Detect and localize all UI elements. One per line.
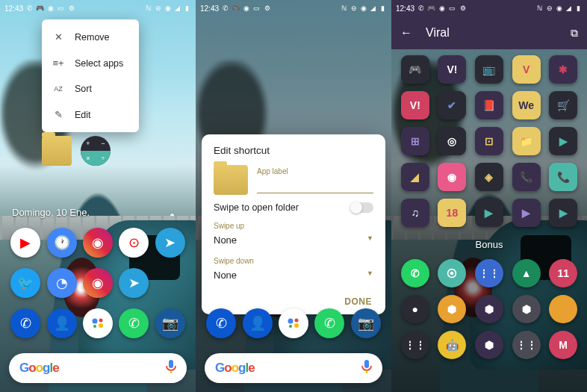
youtube-music-icon[interactable]: ⊙ <box>119 228 149 258</box>
menu-select-apps[interactable]: ≡+ Select apps <box>42 50 139 76</box>
instagram-alt-icon[interactable]: ◉ <box>83 268 113 298</box>
pack-icon[interactable]: ♫ <box>401 199 429 227</box>
pack-icon[interactable]: ◈ <box>475 163 503 191</box>
phone-screen-3: 12:43 ✆ 🎮 ◉ ▭ ⚙ ℕ ⊖ ◉ ◢ ▮ ← Viral ⧉ 🎮V!📺… <box>391 0 587 392</box>
camera-icon[interactable]: 📷 <box>155 308 185 338</box>
status-bar: 12:43 ✆ 🎮 ◉ ▭ ⚙ ℕ ⊖ ◉ ◢ ▮ <box>391 0 587 16</box>
date-widget[interactable]: Domingo, 10 Ene. <box>12 207 90 218</box>
pack-icon[interactable]: ✱ <box>549 55 577 84</box>
app-icon[interactable]: ◔ <box>47 268 77 298</box>
pack-icon[interactable]: ⊞ <box>401 127 429 155</box>
app-label-input[interactable] <box>257 177 373 193</box>
svg-point-6 <box>288 319 293 324</box>
pack-icon[interactable]: V <box>512 55 541 84</box>
telegram-alt-icon[interactable]: ➤ <box>119 268 149 298</box>
done-button[interactable]: DONE <box>214 292 373 307</box>
pack-icon[interactable]: ▶ <box>475 199 503 227</box>
pack-icon[interactable]: ✔ <box>438 91 466 119</box>
bonus-icon[interactable]: ✆ <box>401 259 429 287</box>
pack-icon[interactable]: ◢ <box>401 163 429 191</box>
bonus-icon[interactable]: 🤖 <box>438 331 466 359</box>
bonus-icon[interactable]: ▲ <box>512 259 541 287</box>
pack-icon[interactable]: 📞 <box>512 163 541 191</box>
instagram-icon[interactable]: ◉ <box>83 228 113 258</box>
phone-icon[interactable]: ✆ <box>10 308 40 338</box>
settings-icon: ⚙ <box>459 4 467 13</box>
pack-icon[interactable]: ◎ <box>438 127 466 155</box>
bonus-icon[interactable]: ⋮⋮ <box>512 331 541 359</box>
instagram-icon: ◉ <box>242 4 250 13</box>
assistant-icon[interactable] <box>83 308 113 338</box>
pack-icon[interactable]: ▶ <box>512 199 541 227</box>
pack-icon[interactable]: 📕 <box>475 91 503 119</box>
whatsapp-icon[interactable]: ✆ <box>314 308 344 338</box>
clock-icon[interactable]: 🕐 <box>47 228 77 258</box>
pack-icon[interactable]: 📺 <box>475 55 503 84</box>
search-bar[interactable]: Google <box>205 353 382 383</box>
svg-point-9 <box>289 325 292 328</box>
pack-icon[interactable]: ⊡ <box>475 127 503 155</box>
whatsapp-icon[interactable]: ✆ <box>119 308 149 338</box>
wifi-icon: ◉ <box>164 4 172 13</box>
calculator-icon[interactable]: +−×÷ <box>81 136 111 166</box>
bonus-icon[interactable]: ⋮⋮ <box>475 259 503 287</box>
whatsapp-icon: ✆ <box>417 4 425 13</box>
pack-icon[interactable]: We <box>512 91 541 119</box>
back-button[interactable]: ← <box>400 26 412 40</box>
icon-pack-grid[interactable]: 🎮V!📺V✱V!✔📕We🛒⊞◎⊡📁▶◢◉◈📞📞♫18▶▶▶Bonus✆⦿⋮⋮▲1… <box>391 49 587 365</box>
swipe-open-toggle[interactable] <box>351 202 373 213</box>
mic-icon[interactable] <box>166 360 176 376</box>
bonus-icon[interactable]: ⬢ <box>475 295 503 323</box>
bonus-icon[interactable]: M <box>549 331 577 359</box>
swipe-down-select[interactable]: None <box>214 267 373 284</box>
nfc-icon: ℕ <box>340 4 348 13</box>
battery-icon: ▮ <box>183 4 191 13</box>
folder-icon: ▭ <box>448 4 456 13</box>
wifi-icon: ◉ <box>359 4 367 13</box>
youtube-icon[interactable]: ▶ <box>10 228 40 258</box>
bonus-icon[interactable] <box>549 295 577 323</box>
section-header: Bonus <box>476 234 503 252</box>
battery-icon: ▮ <box>574 4 583 13</box>
mic-icon[interactable] <box>361 360 372 376</box>
pack-icon[interactable]: ▶ <box>549 199 577 227</box>
menu-sort[interactable]: AZ Sort <box>42 76 139 102</box>
pack-icon[interactable]: 18 <box>438 199 466 227</box>
menu-remove[interactable]: ✕ Remove <box>42 24 139 50</box>
pack-icon[interactable]: ▶ <box>549 127 577 155</box>
bonus-icon[interactable]: ⋮⋮ <box>401 331 429 359</box>
pack-icon[interactable]: V! <box>401 91 429 119</box>
camera-icon[interactable]: 📷 <box>351 308 381 338</box>
search-bar[interactable]: Google <box>9 353 187 383</box>
swipe-down-caption: Swipe down <box>214 257 373 265</box>
folder-icon[interactable] <box>42 136 72 166</box>
pack-icon[interactable]: ◉ <box>438 163 466 191</box>
menu-edit[interactable]: ✎ Edit <box>42 102 139 128</box>
twitter-icon[interactable]: 🐦 <box>10 268 40 298</box>
phone-screen-1: 12:43 ✆ 🎮 ◉ ▭ ⚙ ℕ ⊖ ◉ ◢ ▮ ✕ Remove ≡+ Se… <box>0 0 196 392</box>
swipe-up-select[interactable]: None <box>214 231 373 249</box>
open-external-icon[interactable]: ⧉ <box>571 27 578 40</box>
signal-icon: ◢ <box>369 4 377 13</box>
pack-icon[interactable]: 📞 <box>549 163 577 191</box>
bonus-icon[interactable]: ⦿ <box>438 259 466 287</box>
bonus-icon[interactable]: ⬢ <box>512 295 541 323</box>
nfc-icon: ℕ <box>144 4 152 13</box>
pack-icon[interactable]: 🛒 <box>549 91 577 119</box>
pack-icon[interactable]: 📁 <box>512 127 541 155</box>
google-logo: Google <box>19 361 59 376</box>
contacts-icon[interactable]: 👤 <box>243 308 273 338</box>
telegram-icon[interactable]: ➤ <box>155 228 185 258</box>
bonus-icon[interactable]: ⬢ <box>475 331 503 359</box>
bonus-icon[interactable]: ● <box>401 295 429 323</box>
bonus-icon[interactable]: 11 <box>549 259 577 287</box>
dnd-icon: ⊖ <box>545 4 553 13</box>
pack-icon[interactable]: V! <box>438 55 466 84</box>
phone-icon[interactable]: ✆ <box>206 308 236 338</box>
bonus-icon[interactable]: ⬢ <box>438 295 466 323</box>
assistant-icon[interactable] <box>279 308 308 338</box>
pack-icon[interactable]: 🎮 <box>401 55 429 84</box>
google-logo: Google <box>215 361 255 376</box>
settings-icon: ⚙ <box>67 4 75 13</box>
contacts-icon[interactable]: 👤 <box>47 308 77 338</box>
